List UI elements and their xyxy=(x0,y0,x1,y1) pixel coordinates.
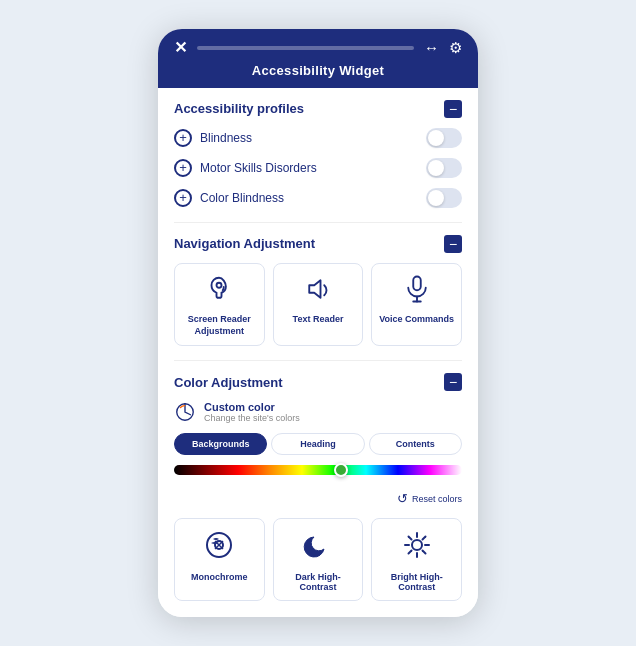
profiles-collapse-button[interactable]: − xyxy=(444,100,462,118)
svg-line-15 xyxy=(408,537,411,540)
accessibility-profiles-section: Accessibility profiles − + Blindness + M… xyxy=(174,100,462,208)
custom-color-title: Custom color xyxy=(204,401,300,413)
color-collapse-button[interactable]: − xyxy=(444,373,462,391)
svg-line-18 xyxy=(408,551,411,554)
color-blindness-expand-button[interactable]: + xyxy=(174,189,192,207)
top-bar-icons: ✕ ↔ ⚙ xyxy=(174,39,462,57)
reset-colors-label: Reset colors xyxy=(412,494,462,504)
motor-skills-toggle[interactable] xyxy=(426,158,462,178)
tab-backgrounds[interactable]: Backgrounds xyxy=(174,433,267,455)
blindness-row-left: + Blindness xyxy=(174,129,252,147)
color-section-header: Color Adjustment − xyxy=(174,373,462,391)
blindness-expand-button[interactable]: + xyxy=(174,129,192,147)
motor-skills-row: + Motor Skills Disorders xyxy=(174,158,462,178)
blindness-toggle[interactable] xyxy=(426,128,462,148)
profiles-section-title: Accessibility profiles xyxy=(174,101,304,116)
text-reader-card[interactable]: Text Reader xyxy=(273,263,364,346)
blindness-label: Blindness xyxy=(200,131,252,145)
dark-high-contrast-label: Dark High-Contrast xyxy=(280,572,357,592)
reset-colors-button[interactable]: ↺ Reset colors xyxy=(174,491,462,506)
color-blindness-row-left: + Color Blindness xyxy=(174,189,284,207)
progress-bar xyxy=(197,46,414,50)
svg-rect-2 xyxy=(413,276,421,290)
phone-frame: ✕ ↔ ⚙ Accessibility Widget Accessibility… xyxy=(158,29,478,617)
color-cards-container: Monochrome Dark High-Contrast xyxy=(174,518,462,601)
speaker-icon xyxy=(303,274,333,308)
widget-title: Accessibility Widget xyxy=(252,63,384,88)
custom-color-icon xyxy=(174,401,196,423)
text-reader-label: Text Reader xyxy=(293,314,344,326)
mic-icon xyxy=(402,274,432,308)
svg-line-17 xyxy=(422,537,425,540)
motor-skills-expand-button[interactable]: + xyxy=(174,159,192,177)
close-button[interactable]: ✕ xyxy=(174,40,187,56)
arrow-icon[interactable]: ↔ xyxy=(424,39,439,56)
monochrome-card[interactable]: Monochrome xyxy=(174,518,265,601)
top-bar: ✕ ↔ ⚙ Accessibility Widget xyxy=(158,29,478,88)
color-slider-thumb[interactable] xyxy=(334,463,348,477)
color-tab-bar: Backgrounds Heading Contents xyxy=(174,433,462,455)
moon-icon xyxy=(302,529,334,566)
tab-contents[interactable]: Contents xyxy=(369,433,462,455)
widget-body: Accessibility profiles − + Blindness + M… xyxy=(158,88,478,617)
bright-high-contrast-card[interactable]: Bright High-Contrast xyxy=(371,518,462,601)
voice-commands-label: Voice Commands xyxy=(379,314,454,326)
divider-1 xyxy=(174,222,462,223)
motor-skills-label: Motor Skills Disorders xyxy=(200,161,317,175)
ear-icon xyxy=(204,274,234,308)
color-slider-track[interactable] xyxy=(174,465,462,475)
svg-marker-1 xyxy=(309,280,320,298)
voice-commands-card[interactable]: Voice Commands xyxy=(371,263,462,346)
svg-point-0 xyxy=(217,283,222,288)
custom-color-subtitle: Change the site's colors xyxy=(204,413,300,423)
tab-heading[interactable]: Heading xyxy=(271,433,364,455)
sun-icon xyxy=(401,529,433,566)
screen-reader-label: Screen Reader Adjustment xyxy=(181,314,258,337)
screen-reader-card[interactable]: Screen Reader Adjustment xyxy=(174,263,265,346)
nav-section-header: Navigation Adjustment − xyxy=(174,235,462,253)
bright-high-contrast-label: Bright High-Contrast xyxy=(378,572,455,592)
color-blindness-toggle[interactable] xyxy=(426,188,462,208)
settings-icon[interactable]: ⚙ xyxy=(449,39,462,57)
nav-cards-container: Screen Reader Adjustment Text Reader xyxy=(174,263,462,346)
svg-point-10 xyxy=(412,540,422,550)
reset-icon: ↺ xyxy=(397,491,408,506)
dark-high-contrast-card[interactable]: Dark High-Contrast xyxy=(273,518,364,601)
color-blindness-label: Color Blindness xyxy=(200,191,284,205)
top-bar-right-icons: ↔ ⚙ xyxy=(424,39,462,57)
color-slider-container xyxy=(174,465,462,483)
custom-color-row: Custom color Change the site's colors xyxy=(174,401,462,423)
profiles-section-header: Accessibility profiles − xyxy=(174,100,462,118)
divider-2 xyxy=(174,360,462,361)
monochrome-icon xyxy=(203,529,235,566)
monochrome-label: Monochrome xyxy=(191,572,248,582)
nav-collapse-button[interactable]: − xyxy=(444,235,462,253)
blindness-row: + Blindness xyxy=(174,128,462,148)
color-adjustment-section: Color Adjustment − Custom color Change t… xyxy=(174,373,462,601)
motor-skills-row-left: + Motor Skills Disorders xyxy=(174,159,317,177)
svg-line-16 xyxy=(422,551,425,554)
color-section-title: Color Adjustment xyxy=(174,375,283,390)
color-blindness-row: + Color Blindness xyxy=(174,188,462,208)
nav-section-title: Navigation Adjustment xyxy=(174,236,315,251)
navigation-adjustment-section: Navigation Adjustment − Screen Reader Ad… xyxy=(174,235,462,346)
custom-color-text: Custom color Change the site's colors xyxy=(204,401,300,423)
